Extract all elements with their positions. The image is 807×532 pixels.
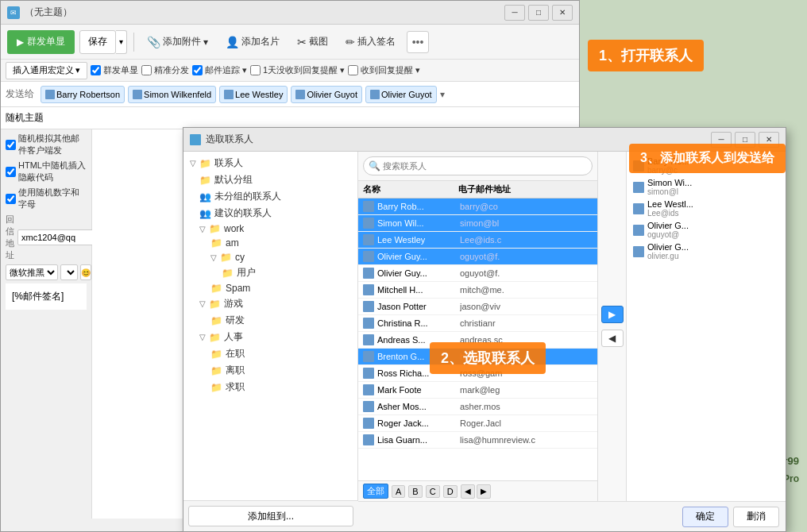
- selected-recipient[interactable]: Olivier G... oguyot@: [630, 219, 782, 241]
- ok-btn[interactable]: 确定: [682, 507, 728, 527]
- selected-recipient[interactable]: Barry Ro... barry@c: [630, 155, 782, 176]
- mail-track-check[interactable]: 邮件追踪 ▾: [192, 64, 247, 76]
- opt-simulate[interactable]: 随机模拟其他邮件客户端发: [6, 133, 87, 156]
- selected-recipient[interactable]: Olivier G... olivier.gu: [630, 241, 782, 262]
- contact-row[interactable]: Olivier Guy... oguyot@f.: [358, 265, 597, 282]
- tree-games[interactable]: ▽ 📁 游戏: [187, 295, 354, 312]
- remove-recipient-btn[interactable]: ◀: [601, 330, 624, 347]
- tree-ungrouped[interactable]: 👥 未分组的联系人: [187, 188, 354, 205]
- more-button[interactable]: •••: [407, 31, 429, 53]
- tree-am[interactable]: 📁 am: [187, 236, 354, 250]
- alpha-b-btn[interactable]: B: [408, 485, 422, 498]
- recipient-olivier2[interactable]: Olivier Guyot: [365, 86, 437, 103]
- dialog-minimize[interactable]: ─: [711, 132, 732, 148]
- contact-row[interactable]: Mitchell H... mitch@me.: [358, 282, 597, 299]
- contact-row[interactable]: Jason Potter jason@viv: [358, 299, 597, 315]
- recipient-olivier1[interactable]: Olivier Guyot: [291, 86, 362, 103]
- tree-suggested[interactable]: 👥 建议的联系人: [187, 205, 354, 222]
- bulk-single-check[interactable]: 群发单显: [91, 64, 138, 76]
- tree-spam[interactable]: 📁 Spam: [187, 281, 354, 295]
- alpha-a-btn[interactable]: A: [392, 485, 405, 498]
- attach-button[interactable]: 📎 添加附件 ▾: [141, 30, 214, 54]
- contact-row[interactable]: Lisa Guarn... lisa@humnreview.c: [358, 432, 597, 449]
- recipient-email: Lee@ids: [647, 209, 693, 218]
- avatar: [633, 203, 644, 214]
- second-select[interactable]: [60, 264, 78, 280]
- tree-rd[interactable]: 📁 研发: [187, 312, 354, 329]
- recipient-lee[interactable]: Lee Westley: [219, 86, 288, 103]
- folder-icon: 📁: [210, 382, 222, 393]
- emoji-btn[interactable]: 😊: [80, 264, 91, 280]
- tree-left[interactable]: 📁 离职: [187, 362, 354, 379]
- tree-active[interactable]: 📁 在职: [187, 345, 354, 362]
- paperclip-icon: 📎: [147, 36, 160, 48]
- dialog-close[interactable]: ✕: [759, 132, 779, 148]
- contact-row[interactable]: Ross Richa... ross@gam: [358, 365, 597, 382]
- recv-reply-check[interactable]: 收到回复提醒 ▾: [348, 64, 420, 76]
- tree-work[interactable]: ▽ 📁 work: [187, 222, 354, 236]
- tree-cy[interactable]: ▽ 📁 cy: [187, 250, 354, 264]
- contact-row[interactable]: Brenton G... brenton@: [358, 349, 597, 365]
- contact-name: Mitchell H...: [377, 285, 457, 295]
- contacts-panel: 🔍 名称 电子邮件地址 Barry Rob... barry@co Simon …: [358, 152, 598, 501]
- contact-email: christianr: [460, 318, 593, 328]
- close-btn[interactable]: ✕: [552, 5, 573, 21]
- more-recipients[interactable]: ▾: [440, 89, 445, 100]
- contact-row[interactable]: Roger Jack... Roger.Jacl: [358, 415, 597, 432]
- send-button[interactable]: ▶ 群发单显: [7, 30, 75, 54]
- send-icon: ▶: [17, 37, 24, 48]
- recipient-barry[interactable]: Barry Robertson: [41, 86, 125, 103]
- precise-send-check[interactable]: 精准分发: [141, 64, 189, 76]
- contact-row[interactable]: Barry Rob... barry@co: [358, 199, 597, 215]
- contact-icon: [45, 90, 55, 99]
- search-input[interactable]: [363, 156, 593, 175]
- alpha-c-btn[interactable]: C: [426, 485, 440, 498]
- alpha-next[interactable]: ▶: [477, 484, 491, 499]
- opt-random[interactable]: 使用随机数字和字母: [6, 187, 87, 210]
- step1-annotation: 1、打开联系人: [588, 40, 704, 71]
- tree-root[interactable]: ▽ 📁 联系人: [187, 155, 354, 172]
- recipient-simon[interactable]: Simon Wilkenfeld: [128, 86, 216, 103]
- contact-row[interactable]: Mark Foote mark@leg: [358, 382, 597, 399]
- attach-arrow: ▾: [203, 37, 208, 48]
- insert-macro-btn[interactable]: 插入通用宏定义 ▾: [6, 62, 87, 79]
- avatar: [363, 234, 374, 245]
- alpha-d-btn[interactable]: D: [443, 485, 458, 498]
- tree-left-label: 离职: [226, 364, 245, 377]
- contact-row[interactable]: Christina R... christianr: [358, 315, 597, 332]
- alpha-bar: 全部 A B C D ◀ ▶: [358, 480, 597, 501]
- minimize-btn[interactable]: ─: [504, 5, 525, 21]
- day1-reply-check[interactable]: 1天没收到回复提醒 ▾: [250, 64, 345, 76]
- cancel-btn[interactable]: 删消: [733, 507, 779, 527]
- tree-hr[interactable]: ▽ 📁 人事: [187, 329, 354, 345]
- contact-row[interactable]: Andreas S... andreas.sc: [358, 332, 597, 349]
- tree-cy-label: cy: [235, 252, 245, 263]
- tree-games-label: 游戏: [224, 297, 243, 310]
- signature-button[interactable]: ✏ 插入签名: [339, 30, 402, 54]
- contact-row[interactable]: Simon Wil... simon@bl: [358, 215, 597, 232]
- opt-html[interactable]: HTML中随机插入隐蔽代码: [6, 160, 87, 183]
- contact-row[interactable]: Lee Westley Lee@ids.c: [358, 232, 597, 249]
- recipient-name: Olivier G...: [647, 242, 689, 252]
- contact-row[interactable]: Asher Mos... asher.mos: [358, 399, 597, 415]
- maximize-btn[interactable]: □: [528, 5, 549, 21]
- col-name-header: 名称: [363, 183, 458, 195]
- selected-recipient[interactable]: Simon Wi... simon@l: [630, 176, 782, 198]
- tree-seeking[interactable]: 📁 求职: [187, 379, 354, 395]
- alpha-all-btn[interactable]: 全部: [363, 484, 388, 499]
- alpha-prev[interactable]: ◀: [461, 484, 475, 499]
- screenshot-button[interactable]: ✂ 截图: [291, 30, 334, 54]
- tree-default[interactable]: 📁 默认分组: [187, 172, 354, 188]
- title-bar: ✉ （无主题） ─ □ ✕: [1, 1, 579, 25]
- add-recipient-btn[interactable]: ▶: [601, 306, 624, 323]
- selected-recipient[interactable]: Lee Westl... Lee@ids: [630, 198, 782, 219]
- tree-users[interactable]: 📁 用户: [187, 264, 354, 281]
- card-button[interactable]: 👤 添加名片: [219, 30, 286, 54]
- people-icon: 👥: [199, 191, 211, 202]
- save-button[interactable]: 保存: [79, 30, 116, 54]
- save-dropdown[interactable]: ▾: [116, 30, 127, 54]
- tree-arrow: ▽: [199, 299, 206, 308]
- contact-row[interactable]: Olivier Guy... oguyot@f.: [358, 249, 597, 265]
- dialog-maximize[interactable]: □: [735, 132, 755, 148]
- blacklist-select[interactable]: 微软推黑: [6, 264, 58, 280]
